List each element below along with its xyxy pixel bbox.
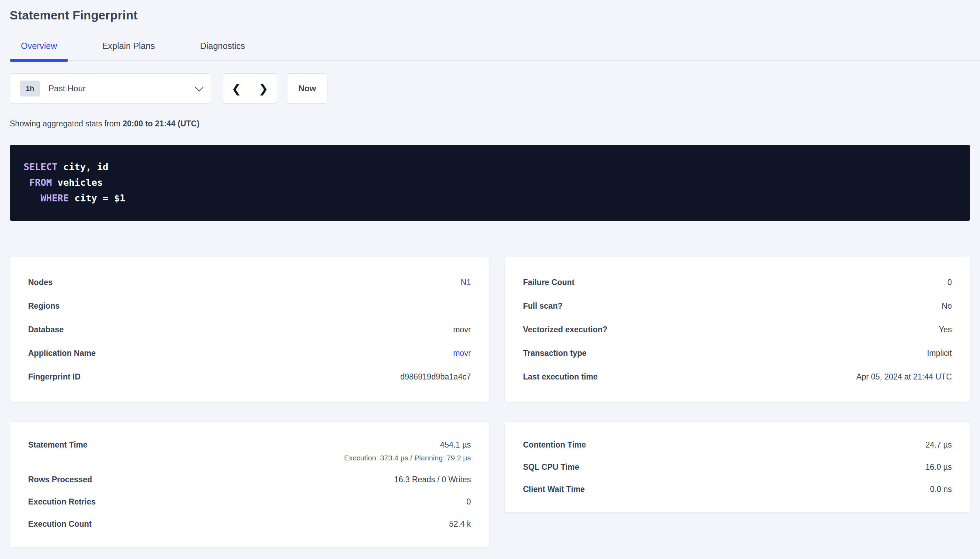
row-client-wait-time: Client Wait Time 0.0 ns xyxy=(523,478,952,500)
statement-time-breakdown: Execution: 373.4 µs / Planning: 79.2 µs xyxy=(344,454,471,462)
now-button[interactable]: Now xyxy=(287,73,327,103)
row-vectorized-execution: Vectorized execution? Yes xyxy=(523,318,952,341)
tab-explain-plans[interactable]: Explain Plans xyxy=(91,41,166,60)
row-rows-processed: Rows Processed 16.3 Reads / 0 Writes xyxy=(28,468,471,491)
time-picker-row: 1h Past Hour ❮ ❯ Now xyxy=(10,73,970,103)
row-execution-count: Execution Count 52.4 k xyxy=(28,513,471,535)
stats-line-prefix: Showing aggregated stats from xyxy=(10,119,123,128)
chevron-down-icon xyxy=(195,83,203,92)
row-database: Database movr xyxy=(28,318,471,341)
row-last-execution-time: Last execution time Apr 05, 2024 at 21:4… xyxy=(523,365,952,389)
previous-interval-button[interactable]: ❮ xyxy=(223,74,250,103)
time-range-label: Past Hour xyxy=(49,84,86,93)
row-fingerprint-id: Fingerprint ID d986919d9ba1a4c7 xyxy=(28,365,471,389)
sql-line: SELECT city, id xyxy=(24,159,956,175)
chevron-left-icon: ❮ xyxy=(231,83,242,94)
next-interval-button[interactable]: ❯ xyxy=(250,74,277,103)
summary-cards: Nodes N1 Regions Database movr Applicati… xyxy=(10,257,970,547)
row-transaction-type: Transaction type Implicit xyxy=(523,341,952,365)
statement-time-value: 454.1 µs xyxy=(440,440,471,449)
row-regions: Regions xyxy=(28,294,471,318)
time-range-dropdown[interactable]: 1h Past Hour xyxy=(10,73,211,103)
wait-times-card: Contention Time 24.7 µs SQL CPU Time 16.… xyxy=(504,422,970,513)
timing-card: Statement Time 454.1 µs Execution: 373.4… xyxy=(10,422,489,547)
row-statement-time: Statement Time 454.1 µs Execution: 373.4… xyxy=(28,434,471,468)
tab-overview[interactable]: Overview xyxy=(10,41,68,60)
sql-statement-box: SELECT city, id FROM vehicles WHERE city… xyxy=(10,145,970,221)
stats-line-range: 20:00 to 21:44 (UTC) xyxy=(123,119,199,128)
row-execution-retries: Execution Retries 0 xyxy=(28,491,471,513)
row-failure-count: Failure Count 0 xyxy=(523,270,952,294)
execution-attributes-card: Failure Count 0 Full scan? No Vectorized… xyxy=(504,257,970,402)
page-title: Statement Fingerprint xyxy=(10,8,970,23)
row-application-name: Application Name movr xyxy=(28,341,471,365)
details-card: Nodes N1 Regions Database movr Applicati… xyxy=(10,257,489,402)
application-name-link[interactable]: movr xyxy=(453,348,471,358)
row-contention-time: Contention Time 24.7 µs xyxy=(523,434,952,456)
time-pager: ❮ ❯ xyxy=(223,73,277,103)
aggregated-stats-line: Showing aggregated stats from 20:00 to 2… xyxy=(10,119,970,129)
nodes-link[interactable]: N1 xyxy=(461,278,471,287)
tab-diagnostics[interactable]: Diagnostics xyxy=(189,41,256,60)
tab-bar: Overview Explain Plans Diagnostics xyxy=(10,41,980,61)
chevron-right-icon: ❯ xyxy=(259,83,269,94)
sql-line: WHERE city = $1 xyxy=(24,190,956,206)
row-nodes: Nodes N1 xyxy=(28,270,471,294)
sql-line: FROM vehicles xyxy=(24,175,956,190)
row-full-scan: Full scan? No xyxy=(523,294,952,318)
interval-badge: 1h xyxy=(20,81,40,96)
row-sql-cpu-time: SQL CPU Time 16.0 µs xyxy=(523,456,952,478)
statement-fingerprint-page: Statement Fingerprint Overview Explain P… xyxy=(0,8,980,547)
